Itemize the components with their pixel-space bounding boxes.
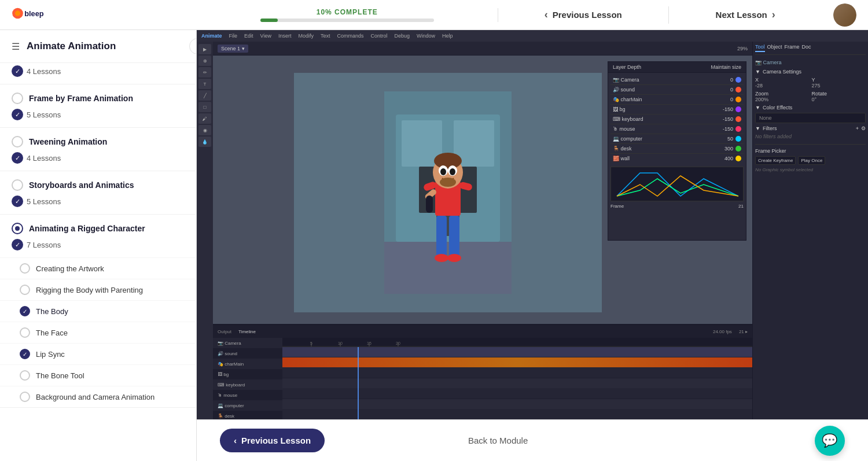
section-circle-tweening <box>12 136 23 147</box>
svg-point-1 <box>15 10 20 16</box>
xy-fields: X-28 Y275 <box>755 77 866 88</box>
animate-workspace: ▶ ⊕ ✏ T ╱ □ 🖌 ◉ 💧 Scene 1 ▾ <box>197 42 868 419</box>
ld-mouse-label: 🖱 mouse <box>613 126 635 132</box>
menu-icon: ☰ <box>12 41 20 52</box>
rotate-field: Rotate0° <box>812 91 866 102</box>
rigged-lesson-list: Creating the Artwork Rigging the Body wi… <box>0 257 196 407</box>
track-keyboard <box>282 389 752 399</box>
frame-picker-section: Frame Picker Create Keyframe Play Once N… <box>755 144 866 172</box>
lesson-item-lip-sync[interactable]: ✓ Lip Sync <box>0 343 196 364</box>
sidebar: ☰ Animate Animation ‹ ✓ 4 Lessons Frame … <box>0 30 197 461</box>
lesson-item-rigging-body[interactable]: Rigging the Body with Parenting <box>0 279 196 300</box>
animate-menu-bar: Animate File Edit View Insert Modify Tex… <box>197 30 868 42</box>
storyboards-completed-icon: ✓ <box>12 196 23 207</box>
lesson-item-body[interactable]: ✓ The Body <box>0 300 196 322</box>
ld-keyboard-label: ⌨ keyboard <box>613 116 643 122</box>
chat-button[interactable]: 💬 <box>815 426 845 456</box>
filters-collapse-icon: ▼ <box>755 126 760 131</box>
zoom-value: 200% <box>755 97 768 102</box>
bottom-bar: ‹ Previous Lesson Back to Module 💬 <box>197 419 868 461</box>
svg-rect-21 <box>426 196 433 213</box>
lesson-name-bonetool: The Bone Tool <box>36 371 84 380</box>
color-effects-section: ▼ Color Effects None <box>755 105 866 123</box>
ld-camera-dot <box>735 77 741 83</box>
frame-lessons-count: 5 Lessons <box>27 110 61 119</box>
lesson-circle-bgcamera <box>20 392 30 402</box>
svg-text:bleep: bleep <box>24 9 44 17</box>
layer-desk: 🪑 desk <box>213 411 282 419</box>
create-keyframe-btn[interactable]: Create Keyframe <box>755 156 796 165</box>
camera-icon-prop: 📷 Camera <box>755 60 782 65</box>
ld-camera-ctrl: 0 <box>730 77 741 83</box>
layer-charmain: 🎭 charMain <box>213 359 282 369</box>
section-tweening-header[interactable]: Tweening Animation <box>0 128 196 150</box>
prev-lesson-bottom-button[interactable]: ‹ Previous Lesson <box>220 429 325 452</box>
section-rigged-header[interactable]: Animating a Rigged Character <box>0 215 196 237</box>
ld-computer-dot <box>735 136 741 142</box>
ld-desk-dot <box>735 146 741 152</box>
ld-charmain-ctrl: 0 <box>730 97 741 102</box>
svg-rect-22 <box>436 216 447 256</box>
zoom-rotate-fields: Zoom200% Rotate0° <box>755 91 866 102</box>
lesson-circle-face <box>20 327 30 338</box>
svg-text:15: 15 <box>367 341 372 345</box>
animate-menu-control: Control <box>370 33 387 39</box>
zoom-label-prop: Zoom <box>755 91 768 97</box>
lesson-item-creating-artwork[interactable]: Creating the Artwork <box>0 257 196 279</box>
next-lesson-button[interactable]: Next Lesson › <box>716 9 775 21</box>
lesson-circle-rigging <box>20 285 30 295</box>
collapse-sidebar-button[interactable]: ‹ <box>189 38 197 54</box>
animate-subtoolbar: Scene 1 ▾ 29% <box>213 42 752 56</box>
bleep-logo: bleep <box>12 5 52 25</box>
back-to-module-button[interactable]: Back to Module <box>468 436 528 445</box>
lesson-item-bone-tool[interactable]: The Bone Tool <box>0 364 196 386</box>
section-frame-by-frame-header[interactable]: Frame by Frame Animation <box>0 84 196 106</box>
filters-label: Filters <box>763 126 777 131</box>
svg-point-17 <box>440 178 456 187</box>
y-value: 275 <box>812 83 821 88</box>
ld-keyboard-ctrl: -150 <box>723 116 741 122</box>
ld-mouse-dot <box>735 126 741 132</box>
rigged-completed-icon: ✓ <box>12 239 23 250</box>
avatar-area[interactable] <box>822 3 868 27</box>
user-avatar[interactable] <box>833 3 856 27</box>
ld-bg-ctrl: -150 <box>723 106 741 112</box>
ld-computer-row: 💻 computer 50 <box>610 134 744 144</box>
filter-settings-icon[interactable]: ⚙ <box>861 126 866 131</box>
frame-ruler: 5 10 15 20 <box>282 338 752 347</box>
chat-icon: 💬 <box>822 433 837 448</box>
prev-arrow-icon: ‹ <box>234 436 237 445</box>
track-sound <box>282 357 752 368</box>
lesson-item-background-camera[interactable]: Background and Camera Animation <box>0 386 196 407</box>
prev-lesson-button[interactable]: ‹ Previous Lesson <box>545 9 622 21</box>
lesson-item-face[interactable]: The Face <box>0 322 196 343</box>
frame-num: 21 ▸ <box>739 329 748 334</box>
section-storyboards-header[interactable]: Storyboards and Animatics <box>0 171 196 193</box>
timeline-tab: Timeline <box>238 329 256 334</box>
animate-menu-help: Help <box>442 33 453 39</box>
track-bg <box>282 378 752 389</box>
color-effects-label: Color Effects <box>763 105 792 110</box>
ld-desk-row: 🪑 desk 300 <box>610 144 744 154</box>
ld-bg-label: 🖼 bg <box>613 106 626 112</box>
svg-text:20: 20 <box>396 341 400 345</box>
ld-sound-ctrl: 0 <box>730 87 741 93</box>
back-to-module-label: Back to Module <box>468 436 528 445</box>
ld-camera-row: 📷 Camera 0 <box>610 75 744 85</box>
add-filter-icon[interactable]: + <box>856 126 859 131</box>
lesson-name-rigging: Rigging the Body with Parenting <box>36 286 143 294</box>
ld-bg-row: 🖼 bg -150 <box>610 105 744 115</box>
prev-lesson-bottom-label: Previous Lesson <box>241 436 311 445</box>
ld-wall-val: 400 <box>724 156 733 161</box>
next-lesson-label: Next Lesson <box>716 10 767 20</box>
ld-computer-ctrl: 50 <box>727 136 741 142</box>
color-effects-dropdown[interactable]: None <box>755 113 866 123</box>
play-once-btn[interactable]: Play Once <box>798 156 825 165</box>
layer-computer: 💻 computer <box>213 400 282 411</box>
ruler-svg: 5 10 15 20 <box>282 338 752 347</box>
layer-depth-title: Layer Depth <box>613 64 641 70</box>
animate-canvas-timeline: Scene 1 ▾ 29% <box>213 42 752 419</box>
svg-point-25 <box>447 254 461 262</box>
nav-btn-section: ‹ Previous Lesson Next Lesson › <box>498 6 822 24</box>
svg-text:5: 5 <box>310 341 312 345</box>
